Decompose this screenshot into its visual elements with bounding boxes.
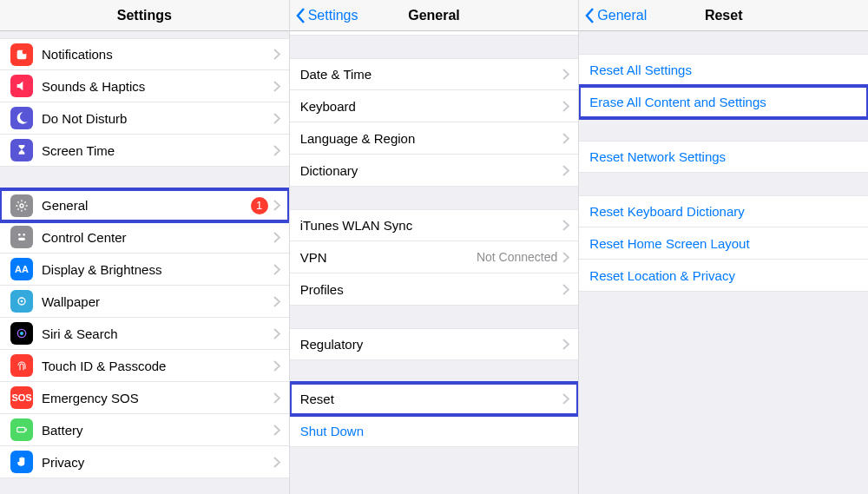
row-label: General bbox=[42, 198, 251, 213]
chevron-right-icon bbox=[273, 392, 280, 404]
row-label: Siri & Search bbox=[42, 326, 273, 341]
row-reset-keyboard-dict[interactable]: Reset Keyboard Dictionary bbox=[579, 195, 868, 227]
chevron-right-icon bbox=[273, 113, 280, 124]
row-reset-all[interactable]: Reset All Settings bbox=[579, 54, 868, 86]
back-label: General bbox=[597, 8, 647, 23]
navbar: Settings bbox=[0, 0, 289, 31]
chevron-right-icon bbox=[273, 81, 280, 92]
general-pane: Settings General Date & Time Keyboard La… bbox=[290, 0, 580, 494]
notification-badge: 1 bbox=[251, 197, 268, 214]
row-label: Shut Down bbox=[300, 424, 364, 438]
chevron-right-icon bbox=[562, 133, 569, 144]
row-label: Reset All Settings bbox=[589, 63, 692, 77]
chevron-right-icon bbox=[273, 457, 280, 468]
row-notifications[interactable]: Notifications bbox=[0, 38, 289, 70]
row-label: Emergency SOS bbox=[42, 391, 273, 405]
svg-point-4 bbox=[23, 234, 25, 236]
chevron-right-icon bbox=[562, 220, 569, 231]
svg-rect-5 bbox=[18, 238, 25, 240]
chevron-right-icon bbox=[273, 232, 280, 243]
row-reset[interactable]: Reset bbox=[290, 383, 579, 415]
chevron-left-icon bbox=[584, 7, 595, 24]
chevron-right-icon bbox=[562, 393, 569, 405]
row-touchid[interactable]: Touch ID & Passcode bbox=[0, 350, 289, 382]
row-dnd[interactable]: Do Not Disturb bbox=[0, 102, 289, 135]
row-label: Touch ID & Passcode bbox=[42, 359, 273, 373]
row-label: Reset bbox=[300, 392, 563, 406]
row-label: Reset Location & Privacy bbox=[589, 268, 735, 283]
svg-point-2 bbox=[20, 204, 23, 207]
wallpaper-icon bbox=[10, 290, 33, 313]
row-regulatory[interactable]: Regulatory bbox=[290, 328, 579, 360]
row-datetime[interactable]: Date & Time bbox=[290, 58, 579, 90]
row-label: Date & Time bbox=[300, 67, 563, 82]
chevron-right-icon bbox=[273, 328, 280, 339]
row-value: Not Connected bbox=[477, 250, 557, 264]
chevron-right-icon bbox=[562, 101, 569, 112]
row-label: Dictionary bbox=[300, 163, 563, 178]
hourglass-icon bbox=[10, 139, 33, 161]
chevron-left-icon bbox=[295, 7, 306, 24]
moon-icon bbox=[10, 107, 33, 129]
row-label: Language & Region bbox=[300, 131, 563, 146]
sounds-icon bbox=[10, 75, 33, 97]
row-sos[interactable]: SOS Emergency SOS bbox=[0, 382, 289, 414]
navbar: Settings General bbox=[290, 0, 579, 31]
row-reset-network[interactable]: Reset Network Settings bbox=[579, 141, 868, 173]
row-label: Control Center bbox=[42, 230, 273, 245]
back-label: Settings bbox=[308, 8, 358, 23]
svg-rect-11 bbox=[26, 429, 27, 431]
battery-icon bbox=[10, 418, 33, 441]
settings-pane: Settings Notifications Sounds & Haptics … bbox=[0, 0, 290, 494]
chevron-right-icon bbox=[562, 165, 569, 176]
row-label: Erase All Content and Settings bbox=[589, 95, 766, 109]
row-label: Screen Time bbox=[42, 143, 273, 158]
row-vpn[interactable]: VPN Not Connected bbox=[290, 241, 579, 273]
row-controlcenter[interactable]: Control Center bbox=[0, 221, 289, 254]
row-dictionary[interactable]: Dictionary bbox=[290, 155, 579, 187]
row-profiles[interactable]: Profiles bbox=[290, 273, 579, 306]
reset-pane: General Reset Reset All Settings Erase A… bbox=[579, 0, 868, 494]
row-keyboard[interactable]: Keyboard bbox=[290, 90, 579, 122]
row-sounds[interactable]: Sounds & Haptics bbox=[0, 70, 289, 102]
svg-rect-10 bbox=[17, 427, 25, 431]
row-siri[interactable]: Siri & Search bbox=[0, 318, 289, 350]
row-label: VPN bbox=[300, 250, 477, 265]
chevron-right-icon bbox=[562, 284, 569, 295]
row-label: Privacy bbox=[42, 455, 273, 470]
row-erase-all[interactable]: Erase All Content and Settings bbox=[579, 86, 868, 118]
controlcenter-icon bbox=[10, 226, 33, 248]
row-reset-home[interactable]: Reset Home Screen Layout bbox=[579, 227, 868, 260]
row-label: iTunes WLAN Sync bbox=[300, 218, 563, 233]
row-label: Reset Keyboard Dictionary bbox=[589, 204, 744, 219]
row-label: Reset Network Settings bbox=[589, 149, 726, 164]
row-display[interactable]: AA Display & Brightness bbox=[0, 254, 289, 286]
row-label: Battery bbox=[42, 423, 273, 438]
page-title: Settings bbox=[0, 8, 289, 23]
chevron-right-icon bbox=[562, 252, 569, 263]
row-reset-location[interactable]: Reset Location & Privacy bbox=[579, 260, 868, 292]
chevron-right-icon bbox=[273, 200, 280, 211]
row-label: Regulatory bbox=[300, 337, 563, 352]
row-language[interactable]: Language & Region bbox=[290, 122, 579, 155]
siri-icon bbox=[10, 322, 33, 345]
row-screentime[interactable]: Screen Time bbox=[0, 135, 289, 167]
row-label: Wallpaper bbox=[42, 294, 273, 309]
navbar: General Reset bbox=[579, 0, 868, 31]
row-battery[interactable]: Battery bbox=[0, 414, 289, 446]
display-icon: AA bbox=[10, 258, 33, 280]
back-button[interactable]: Settings bbox=[290, 7, 358, 24]
row-label: Reset Home Screen Layout bbox=[589, 236, 749, 251]
row-general[interactable]: General 1 bbox=[0, 189, 289, 221]
row-wallpaper[interactable]: Wallpaper bbox=[0, 286, 289, 318]
row-label: Sounds & Haptics bbox=[42, 79, 273, 94]
svg-point-1 bbox=[23, 49, 27, 54]
row-privacy[interactable]: Privacy bbox=[0, 446, 289, 478]
sos-icon: SOS bbox=[10, 386, 33, 409]
chevron-right-icon bbox=[273, 425, 280, 436]
row-itunes-sync[interactable]: iTunes WLAN Sync bbox=[290, 209, 579, 241]
row-shutdown[interactable]: Shut Down bbox=[290, 415, 579, 447]
chevron-right-icon bbox=[273, 264, 280, 275]
back-button[interactable]: General bbox=[579, 7, 647, 24]
chevron-right-icon bbox=[273, 49, 280, 60]
